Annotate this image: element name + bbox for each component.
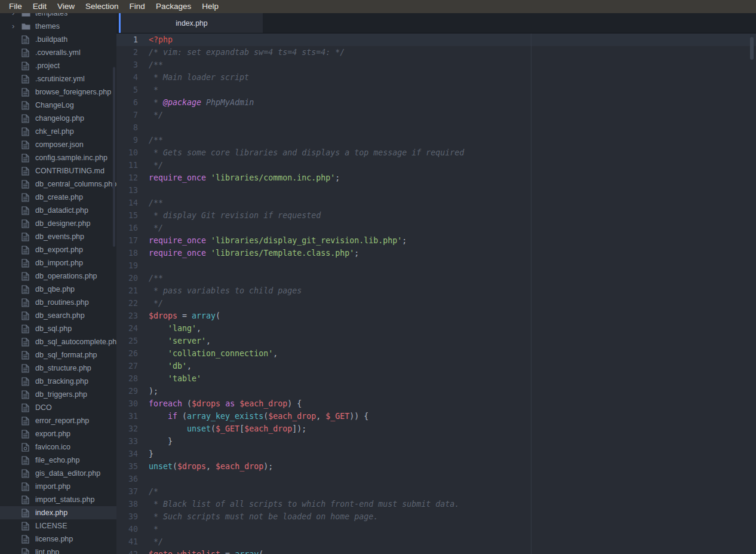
- tree-item-db-sql-format-php[interactable]: db_sql_format.php: [0, 348, 116, 362]
- code-line-26[interactable]: 26 'collation_connection',: [116, 347, 756, 360]
- tree-item--scrutinizer-yml[interactable]: .scrutinizer.yml: [0, 72, 116, 85]
- code-line-35[interactable]: 35unset($drops, $each_drop);: [116, 460, 756, 473]
- line-text: [145, 259, 149, 272]
- tree-item-gis-data-editor-php[interactable]: gis_data_editor.php: [0, 467, 116, 480]
- tree-item-db-structure-php[interactable]: db_structure.php: [0, 362, 116, 375]
- code-line-4[interactable]: 4 * Main loader script: [116, 71, 756, 84]
- code-line-20[interactable]: 20/**: [116, 272, 756, 284]
- menu-find[interactable]: Find: [124, 0, 150, 13]
- code-line-5[interactable]: 5 *: [116, 84, 756, 96]
- code-line-29[interactable]: 29);: [116, 385, 756, 397]
- code-line-22[interactable]: 22 */: [116, 297, 756, 310]
- code-line-33[interactable]: 33 }: [116, 435, 756, 448]
- tree-item-db-sql-autocomplete-php[interactable]: db_sql_autocomplete.php: [0, 335, 116, 348]
- code-line-11[interactable]: 11 */: [116, 159, 756, 172]
- editor-scrollbar[interactable]: [750, 37, 754, 60]
- code-line-31[interactable]: 31 if (array_key_exists($each_drop, $_GE…: [116, 410, 756, 423]
- tree-item-themes[interactable]: ›themes: [0, 20, 116, 33]
- menu-selection[interactable]: Selection: [80, 0, 124, 13]
- code-line-41[interactable]: 41 */: [116, 535, 756, 548]
- code-line-37[interactable]: 37/*: [116, 485, 756, 498]
- tree-item-import-php[interactable]: import.php: [0, 480, 116, 493]
- tree-item-db-events-php[interactable]: db_events.php: [0, 230, 116, 243]
- menu-help[interactable]: Help: [196, 0, 224, 13]
- tree-item-license[interactable]: LICENSE: [0, 519, 116, 532]
- menu-edit[interactable]: Edit: [27, 0, 52, 13]
- tree-item-db-datadict-php[interactable]: db_datadict.php: [0, 204, 116, 217]
- tree-item-db-tracking-php[interactable]: db_tracking.php: [0, 375, 116, 388]
- code-line-21[interactable]: 21 * pass variables to child pages: [116, 284, 756, 297]
- line-number: 15: [116, 209, 145, 222]
- tree-item-export-php[interactable]: export.php: [0, 427, 116, 440]
- tree-item-db-import-php[interactable]: db_import.php: [0, 256, 116, 270]
- tree-item-templates[interactable]: ›templates: [0, 13, 116, 20]
- code-line-23[interactable]: 23$drops = array(: [116, 310, 756, 322]
- menu-packages[interactable]: Packages: [150, 0, 196, 13]
- tree-item-label: .scrutinizer.yml: [35, 75, 85, 83]
- code-line-2[interactable]: 2/* vim: set expandtab sw=4 ts=4 sts=4: …: [116, 46, 756, 59]
- tree-item-db-routines-php[interactable]: db_routines.php: [0, 296, 116, 309]
- code-line-38[interactable]: 38 * Black list of all scripts to which …: [116, 498, 756, 510]
- code-line-12[interactable]: 12require_once 'libraries/common.inc.php…: [116, 172, 756, 184]
- code-line-25[interactable]: 25 'server',: [116, 335, 756, 347]
- code-line-9[interactable]: 9/**: [116, 134, 756, 146]
- code-line-10[interactable]: 10 * Gets some core libraries and displa…: [116, 146, 756, 159]
- code-line-8[interactable]: 8: [116, 121, 756, 134]
- code-line-34[interactable]: 34}: [116, 448, 756, 460]
- tree-item-db-designer-php[interactable]: db_designer.php: [0, 217, 116, 230]
- code-editor[interactable]: 1<?php2/* vim: set expandtab sw=4 ts=4 s…: [116, 33, 756, 554]
- tree-item-chk-rel-php[interactable]: chk_rel.php: [0, 125, 116, 138]
- tree-item--buildpath[interactable]: .buildpath: [0, 33, 116, 46]
- code-line-18[interactable]: 18require_once 'libraries/Template.class…: [116, 247, 756, 259]
- code-line-3[interactable]: 3/**: [116, 59, 756, 71]
- code-line-42[interactable]: 42$goto_whitelist = array(: [116, 548, 756, 554]
- code-line-32[interactable]: 32 unset($_GET[$each_drop]);: [116, 423, 756, 435]
- code-line-13[interactable]: 13: [116, 184, 756, 197]
- tree-item-db-sql-php[interactable]: db_sql.php: [0, 322, 116, 335]
- chevron-right-icon[interactable]: ›: [12, 13, 21, 20]
- tree-item-db-central-columns-php[interactable]: db_central_columns.php: [0, 177, 116, 191]
- code-line-19[interactable]: 19: [116, 259, 756, 272]
- tree-item-config-sample-inc-php[interactable]: config.sample.inc.php: [0, 151, 116, 164]
- tree-item-db-export-php[interactable]: db_export.php: [0, 243, 116, 256]
- code-line-36[interactable]: 36: [116, 473, 756, 485]
- tree-item-browse-foreigners-php[interactable]: browse_foreigners.php: [0, 85, 116, 99]
- code-line-28[interactable]: 28 'table': [116, 372, 756, 385]
- tree-item-db-search-php[interactable]: db_search.php: [0, 309, 116, 322]
- code-line-27[interactable]: 27 'db',: [116, 360, 756, 372]
- chevron-right-icon[interactable]: ›: [12, 20, 21, 33]
- tree-item-db-create-php[interactable]: db_create.php: [0, 191, 116, 204]
- tree-item-db-operations-php[interactable]: db_operations.php: [0, 270, 116, 283]
- code-line-24[interactable]: 24 'lang',: [116, 322, 756, 335]
- tree-item-dco[interactable]: DCO: [0, 401, 116, 414]
- tree-item-favicon-ico[interactable]: favicon.ico: [0, 440, 116, 454]
- tab-index-php[interactable]: index.php: [121, 13, 263, 33]
- menu-view[interactable]: View: [52, 0, 80, 13]
- code-line-6[interactable]: 6 * @package PhpMyAdmin: [116, 96, 756, 109]
- tree-item-db-qbe-php[interactable]: db_qbe.php: [0, 283, 116, 296]
- tree-item--project[interactable]: .project: [0, 59, 116, 72]
- code-line-15[interactable]: 15 * display Git revision if requested: [116, 209, 756, 222]
- tree-item-index-php[interactable]: index.php: [0, 506, 116, 519]
- code-line-17[interactable]: 17require_once 'libraries/display_git_re…: [116, 234, 756, 247]
- tree-item-error-report-php[interactable]: error_report.php: [0, 414, 116, 427]
- tree-item-import-status-php[interactable]: import_status.php: [0, 493, 116, 506]
- code-line-14[interactable]: 14/**: [116, 197, 756, 209]
- tree-item-license-php[interactable]: license.php: [0, 532, 116, 546]
- tree-item-file-echo-php[interactable]: file_echo.php: [0, 454, 116, 467]
- tree-item--coveralls-yml[interactable]: .coveralls.yml: [0, 46, 116, 59]
- tree-item-changelog[interactable]: ChangeLog: [0, 99, 116, 112]
- tree-item-lint-php[interactable]: lint.php: [0, 546, 116, 554]
- tree-item-db-triggers-php[interactable]: db_triggers.php: [0, 388, 116, 401]
- tree-item-contributing-md[interactable]: CONTRIBUTING.md: [0, 164, 116, 177]
- code-line-1[interactable]: 1<?php: [116, 33, 756, 46]
- tree-scrollbar[interactable]: [113, 67, 115, 247]
- code-line-16[interactable]: 16 */: [116, 222, 756, 234]
- code-line-7[interactable]: 7 */: [116, 109, 756, 121]
- code-line-40[interactable]: 40 *: [116, 523, 756, 535]
- code-line-39[interactable]: 39 * Such scripts must not be loaded on …: [116, 510, 756, 523]
- code-line-30[interactable]: 30foreach ($drops as $each_drop) {: [116, 397, 756, 410]
- tree-item-changelog-php[interactable]: changelog.php: [0, 112, 116, 125]
- menu-file[interactable]: File: [4, 0, 27, 13]
- tree-item-composer-json[interactable]: composer.json: [0, 138, 116, 151]
